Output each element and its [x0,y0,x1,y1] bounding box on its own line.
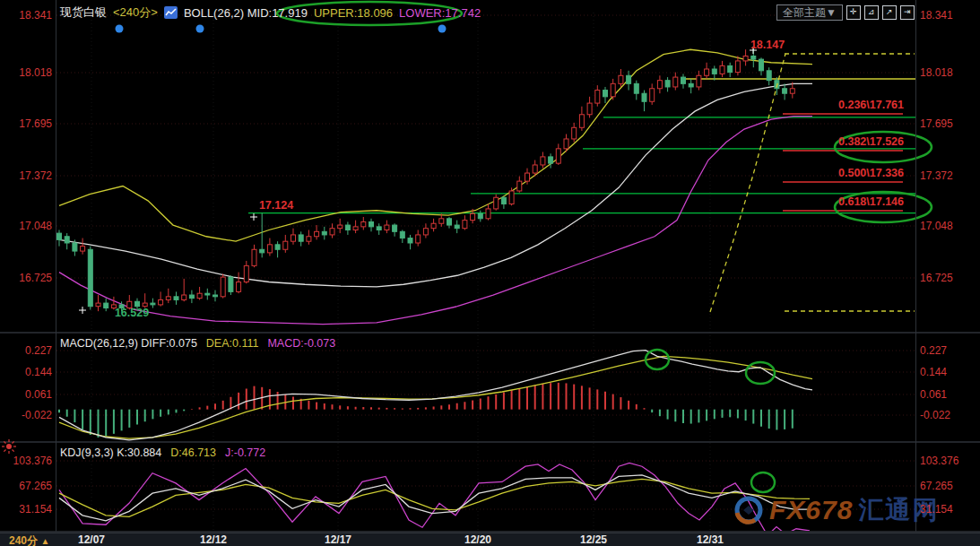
x-axis-label: 12/12 [200,533,227,546]
crosshair-icon[interactable]: ✛ [846,5,861,20]
macd-axis-label-left: 0.144 [0,366,52,378]
price-axis-label-right: 17.372 [920,169,953,182]
symbol-name: 现货白银 [60,4,107,21]
macd-axis-label-right: 0.144 [920,366,947,378]
kdj-header: KDJ(9,3,3) K:30.884 D:46.713 J:-0.772 [60,446,265,459]
chart-header: 现货白银 <240分> BOLL(26,2) MID:17.919 UPPER:… [60,4,481,21]
x-axis-label: 12/07 [78,533,105,546]
fib-level-label: 0.236\17.761 [778,99,904,111]
price-axis-label-right: 17.695 [920,117,953,130]
price-axis-label-left: 17.695 [0,117,52,130]
top-toolbar: 全部主题▼ ✛ ⊿ ↗ ⇥ [776,4,915,21]
price-axis-label-left: 16.725 [0,272,52,284]
kdj-axis-label-right: 103.376 [920,455,958,467]
chart-canvas[interactable] [0,0,980,546]
watermark-brand: FX678 [769,495,853,525]
kdj-axis-label-right: 31.154 [920,503,953,516]
fib-level-label: 0.382\17.526 [778,135,904,148]
price-axis-label-right: 16.725 [920,272,953,284]
fib-level-label: 0.618\17.146 [778,195,904,208]
x-axis-label: 12/20 [464,533,491,546]
boll-mid-readout: BOLL(26,2) MID:17.919 [184,6,308,20]
period-selector[interactable]: 240分 ▲ [9,533,49,546]
macd-value-readout: MACD:-0.073 [267,337,335,350]
macd-axis-label-right: -0.022 [920,409,950,421]
macd-axis-label-right: 0.227 [920,344,947,357]
macd-axis-label-left: -0.022 [0,409,52,421]
fib-level-label: 0.500\17.336 [778,167,904,179]
macd-axis-label-right: 0.061 [920,388,947,401]
kdj-axis-label-left: 31.154 [0,503,52,516]
kdj-axis-label-left: 67.265 [0,480,52,492]
price-axis-label-right: 17.048 [920,220,953,232]
trading-terminal: FX678 汇通网 现货白银 <240分> BOLL(26,2) MID:17.… [0,0,980,546]
kdj-j-readout: J:-0.772 [225,446,265,459]
price-axis-label-left: 17.048 [0,220,52,232]
price-axis-label-right: 18.341 [920,9,953,22]
price-marker-label: 17.124 [259,199,293,212]
price-axis-label-left: 18.018 [0,66,52,79]
price-axis-label-right: 18.018 [920,66,953,79]
indicator-icon[interactable] [164,6,178,19]
x-axis-label: 12/17 [325,533,351,546]
watermark: FX678 汇通网 [733,493,939,527]
macd-axis-label-left: 0.061 [0,388,52,401]
period-tag: <240分> [113,4,158,21]
theme-dropdown[interactable]: 全部主题▼ [776,4,843,21]
price-axis-label-left: 18.341 [0,9,52,22]
kdj-axis-label-right: 67.265 [920,480,953,492]
kdj-d-readout: D:46.713 [170,446,216,459]
macd-dea-readout: DEA:0.111 [206,337,259,350]
fx678-logo-icon [733,495,764,525]
macd-diff-readout: MACD(26,12,9) DIFF:0.075 [60,337,197,350]
kdj-k-readout: KDJ(9,3,3) K:30.884 [60,446,161,459]
axis-scale-icon[interactable]: ⊿ [864,5,879,20]
macd-axis-label-left: 0.227 [0,344,52,357]
chevron-up-icon: ▲ [40,536,49,546]
macd-header: MACD(26,12,9) DIFF:0.075 DEA:0.111 MACD:… [60,337,335,350]
exit-icon[interactable]: ⇥ [900,5,915,20]
kdj-axis-label-left: 103.376 [0,455,52,467]
boll-upper-readout: UPPER:18.096 [314,6,393,20]
x-axis-label: 12/31 [697,533,724,546]
x-axis-label: 12/25 [580,533,607,546]
price-marker-label: 16.529 [115,307,149,319]
boll-lower-readout: LOWER:17.742 [399,6,481,20]
price-axis-label-left: 17.372 [0,169,52,182]
price-marker-label: 18.147 [750,39,785,51]
axis-pan-icon[interactable]: ↗ [882,5,897,20]
